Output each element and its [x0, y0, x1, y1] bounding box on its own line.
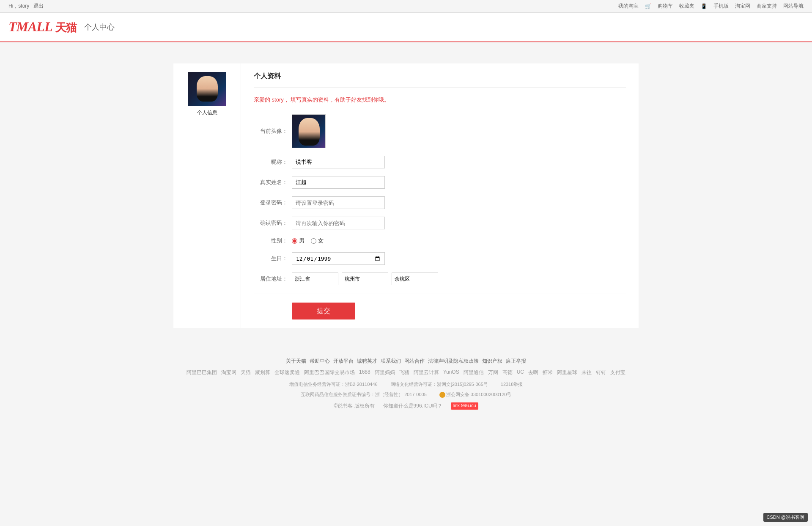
avatar-row: 当前头像： [254, 114, 626, 148]
gender-female-option[interactable]: 女 [311, 237, 324, 245]
nickname-label: 昵称： [254, 158, 288, 166]
report-label: 12318举报 [501, 380, 523, 389]
confirm-password-input[interactable] [292, 217, 385, 229]
footer-legal: 增值电信业务经营许可证：浙B2-20110446 网络文化经营许可证：浙网文[2… [8, 380, 804, 399]
header: TMALL 天猫 个人中心 [0, 13, 812, 42]
gender-label: 性别： [254, 237, 288, 245]
footer-link-help[interactable]: 帮助中心 [310, 358, 330, 365]
gender-female-label: 女 [318, 237, 324, 245]
birthday-row: 生日： [254, 252, 626, 265]
nickname-row: 昵称： [254, 156, 626, 168]
birthday-label: 生日： [254, 255, 288, 262]
form-title: 个人资料 [254, 72, 626, 88]
gender-female-radio[interactable] [311, 238, 316, 244]
city-input[interactable] [342, 273, 388, 285]
gender-male-label: 男 [299, 237, 304, 245]
password-input[interactable] [292, 196, 385, 209]
culture-license: 网络文化经营许可证：浙网文[2015]0295-065号 [390, 380, 488, 389]
header-title: 个人中心 [84, 22, 115, 32]
police-label: 浙公网安备 33010002000120号 [439, 391, 512, 399]
drug-label: 互联网药品信息服务资质证书编号：浙（经营性）-2017-0005 [301, 391, 427, 399]
footer-link-partner[interactable]: 网站合作 [404, 358, 425, 365]
submit-row: 提交 [254, 303, 626, 319]
province-input[interactable] [292, 273, 338, 285]
greeting-text: Hi，story [8, 3, 29, 10]
address-row: 居住地址： [254, 273, 626, 285]
favorites-link[interactable]: 收藏夹 [679, 3, 694, 10]
welcome-suffix: 填写真实的资料，有助于好友找到你哦。 [291, 96, 390, 103]
mobile-link[interactable]: 手机版 [713, 3, 729, 10]
gender-group: 男 女 [292, 237, 324, 245]
logout-link[interactable]: 退出 [33, 3, 44, 10]
taobao-net-link[interactable]: 淘宝网 [735, 3, 750, 10]
link996-text: 你知道什么是996.ICU吗？ [383, 402, 442, 410]
footer-link-report[interactable]: 廉正举报 [506, 358, 526, 365]
gender-male-radio[interactable] [292, 238, 297, 244]
submit-button[interactable]: 提交 [292, 303, 355, 319]
district-input[interactable] [392, 273, 438, 285]
address-group [292, 273, 438, 285]
footer-links: 关于天猫 帮助中心 开放平台 诚聘英才 联系我们 网站合作 法律声明及隐私权政策… [8, 358, 804, 365]
logo-tmall: TMALL 天猫 [8, 19, 77, 35]
welcome-prefix: 亲爱的 story， [254, 96, 289, 103]
main-container: 个人信息 个人资料 亲爱的 story， 填写真实的资料，有助于好友找到你哦。 … [173, 63, 639, 328]
gender-male-option[interactable]: 男 [292, 237, 304, 245]
top-nav-left: Hi，story 退出 [8, 3, 44, 10]
gender-row: 性别： 男 女 [254, 237, 626, 245]
form-divider [254, 294, 626, 294]
icp-label: 增值电信业务经营许可证：浙B2-20110446 [289, 380, 378, 389]
footer-link-legal[interactable]: 法律声明及隐私权政策 [428, 358, 479, 365]
footer-link-jobs[interactable]: 诚聘英才 [357, 358, 377, 365]
realname-input[interactable] [292, 176, 385, 189]
mobile-icon: 📱 [701, 3, 707, 9]
cart-link[interactable]: 购物车 [658, 3, 673, 10]
form-area: 个人资料 亲爱的 story， 填写真实的资料，有助于好友找到你哦。 当前头像：… [241, 63, 639, 328]
footer-link-open[interactable]: 开放平台 [333, 358, 354, 365]
footer-link-ip[interactable]: 知识产权 [482, 358, 502, 365]
password-row: 登录密码： [254, 196, 626, 209]
police-icon [439, 392, 445, 398]
footer-copyright: ©说书客 版权所有 你知道什么是996.ICU吗？ link 996.icu [8, 402, 804, 410]
birthday-input[interactable] [292, 252, 385, 265]
footer-partners: 阿里巴巴集团淘宝网天猫聚划算 全球速卖通阿里巴巴国际交易市场1688 阿里妈妈飞… [8, 369, 804, 376]
footer-link-about[interactable]: 关于天猫 [286, 358, 306, 365]
cart-icon: 🛒 [645, 3, 651, 9]
avatar-label: 当前头像： [254, 127, 288, 135]
link996-button[interactable]: link 996.icu [451, 402, 478, 410]
realname-row: 真实姓名： [254, 176, 626, 189]
confirm-password-row: 确认密码： [254, 217, 626, 229]
sidebar-label: 个人信息 [197, 109, 217, 116]
address-label: 居住地址： [254, 275, 288, 283]
my-taobao-link[interactable]: 我的淘宝 [618, 3, 639, 10]
copyright-text: ©说书客 版权所有 [334, 402, 374, 410]
merchant-support-link[interactable]: 商家支持 [757, 3, 777, 10]
footer: 关于天猫 帮助中心 开放平台 诚聘英才 联系我们 网站合作 法律声明及隐私权政策… [0, 349, 812, 418]
realname-label: 真实姓名： [254, 179, 288, 186]
top-nav: Hi，story 退出 我的淘宝 🛒 购物车 收藏夹 📱 手机版 淘宝网 商家支… [0, 0, 812, 13]
sidebar: 个人信息 [173, 63, 241, 328]
nickname-input[interactable] [292, 156, 385, 168]
sidebar-avatar [188, 72, 226, 106]
avatar-preview [292, 114, 326, 148]
footer-link-contact[interactable]: 联系我们 [381, 358, 401, 365]
site-nav-link[interactable]: 网站导航 [783, 3, 804, 10]
top-nav-right: 我的淘宝 🛒 购物车 收藏夹 📱 手机版 淘宝网 商家支持 网站导航 [618, 3, 804, 10]
confirm-password-label: 确认密码： [254, 219, 288, 227]
password-label: 登录密码： [254, 199, 288, 207]
welcome-msg: 亲爱的 story， 填写真实的资料，有助于好友找到你哦。 [254, 96, 626, 104]
